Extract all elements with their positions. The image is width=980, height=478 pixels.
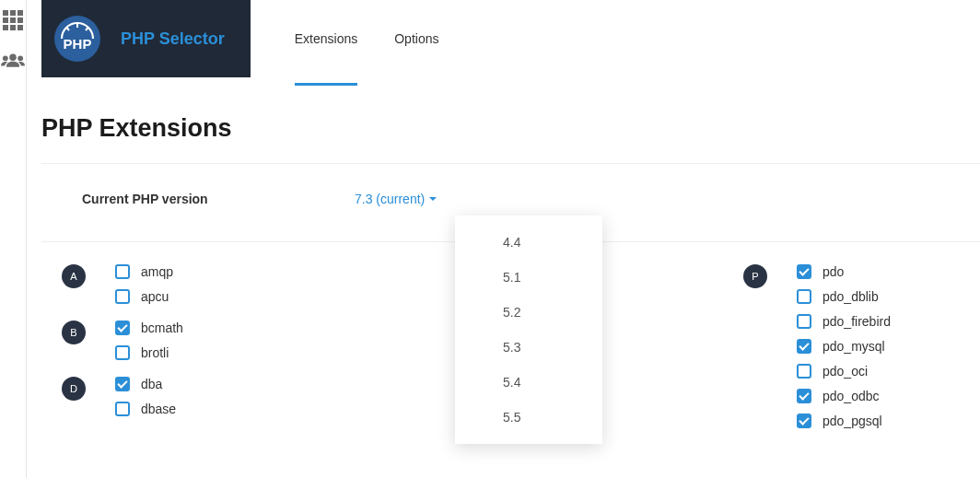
extension-checkbox[interactable] bbox=[115, 402, 130, 416]
extension-item: bcmath bbox=[115, 321, 183, 335]
svg-rect-6 bbox=[3, 25, 8, 30]
page-title: PHP Extensions bbox=[41, 114, 980, 143]
svg-line-13 bbox=[67, 28, 70, 30]
divider bbox=[41, 163, 980, 164]
svg-rect-4 bbox=[10, 17, 16, 23]
version-option[interactable]: 5.4 bbox=[455, 365, 602, 400]
extension-checkbox[interactable] bbox=[797, 414, 811, 428]
extension-name: pdo_oci bbox=[822, 364, 868, 379]
extension-name: pdo_mysql bbox=[822, 339, 885, 354]
extension-checkbox[interactable] bbox=[115, 321, 130, 335]
extension-checkbox[interactable] bbox=[797, 264, 811, 279]
extension-checkbox[interactable] bbox=[797, 289, 811, 304]
letter-badge: B bbox=[62, 321, 86, 344]
extension-item: pdo bbox=[797, 264, 891, 279]
extension-item: pdo_pgsql bbox=[797, 414, 891, 428]
extension-name: pdo_pgsql bbox=[822, 414, 882, 428]
app-badge: PHP PHP Selector bbox=[41, 0, 251, 77]
extension-checkbox[interactable] bbox=[797, 364, 811, 379]
extension-checkbox[interactable] bbox=[797, 314, 811, 329]
tab-options[interactable]: Options bbox=[394, 18, 438, 59]
version-option[interactable]: 5.2 bbox=[455, 295, 602, 330]
apps-icon[interactable] bbox=[0, 7, 26, 33]
extension-checkbox[interactable] bbox=[797, 389, 811, 403]
svg-point-10 bbox=[3, 55, 8, 61]
version-value-text: 7.3 (current) bbox=[355, 192, 425, 206]
tab-extensions[interactable]: Extensions bbox=[295, 18, 357, 59]
caret-down-icon bbox=[429, 197, 437, 201]
extension-checkbox[interactable] bbox=[115, 345, 130, 360]
svg-rect-1 bbox=[10, 10, 16, 16]
version-label: Current PHP version bbox=[82, 192, 355, 206]
svg-line-14 bbox=[86, 28, 88, 30]
extension-name: pdo_dblib bbox=[822, 289, 879, 304]
version-dropdown: 4.45.15.25.35.45.5 bbox=[455, 216, 602, 444]
extension-item: apcu bbox=[115, 289, 173, 304]
version-option[interactable]: 4.4 bbox=[455, 225, 602, 260]
extension-item: pdo_oci bbox=[797, 364, 891, 379]
extension-item: dbase bbox=[115, 402, 176, 416]
extension-name: pdo bbox=[822, 264, 844, 279]
extension-checkbox[interactable] bbox=[797, 339, 811, 354]
version-option[interactable]: 5.5 bbox=[455, 400, 602, 435]
svg-rect-3 bbox=[3, 17, 8, 23]
extension-checkbox[interactable] bbox=[115, 377, 130, 391]
extension-name: dba bbox=[141, 377, 162, 391]
version-option[interactable]: 5.1 bbox=[455, 260, 602, 295]
svg-rect-0 bbox=[3, 10, 8, 16]
svg-rect-2 bbox=[18, 10, 23, 16]
letter-badge: A bbox=[62, 264, 86, 288]
svg-rect-8 bbox=[18, 25, 23, 30]
svg-rect-7 bbox=[10, 25, 16, 30]
extension-item: dba bbox=[115, 377, 176, 391]
svg-point-11 bbox=[18, 55, 23, 61]
users-icon[interactable] bbox=[0, 50, 26, 76]
extension-name: pdo_odbc bbox=[822, 389, 880, 403]
extension-name: pdo_firebird bbox=[822, 314, 891, 329]
letter-badge: D bbox=[62, 377, 86, 401]
sidebar bbox=[0, 0, 27, 478]
extension-checkbox[interactable] bbox=[115, 289, 130, 304]
extension-name: apcu bbox=[141, 289, 169, 304]
topbar: PHP PHP Selector Extensions Options bbox=[41, 0, 980, 77]
extension-item: amqp bbox=[115, 264, 173, 279]
letter-badge: P bbox=[743, 264, 767, 288]
extension-checkbox[interactable] bbox=[115, 264, 130, 279]
extension-item: pdo_dblib bbox=[797, 289, 891, 304]
version-option[interactable]: 5.3 bbox=[455, 330, 602, 365]
version-selector[interactable]: 7.3 (current) bbox=[355, 192, 437, 206]
extension-item: pdo_firebird bbox=[797, 314, 891, 329]
extension-item: pdo_odbc bbox=[797, 389, 891, 403]
extension-name: brotli bbox=[141, 345, 169, 360]
extension-item: pdo_mysql bbox=[797, 339, 891, 354]
extension-name: dbase bbox=[141, 402, 176, 416]
php-logo-icon: PHP bbox=[54, 16, 100, 62]
extension-name: bcmath bbox=[141, 321, 183, 335]
svg-point-9 bbox=[9, 53, 16, 60]
extension-name: amqp bbox=[141, 264, 173, 279]
extension-item: brotli bbox=[115, 345, 183, 360]
svg-rect-5 bbox=[18, 17, 23, 23]
app-title: PHP Selector bbox=[121, 29, 225, 49]
version-row: Current PHP version 7.3 (current) 4.45.1… bbox=[41, 192, 980, 206]
